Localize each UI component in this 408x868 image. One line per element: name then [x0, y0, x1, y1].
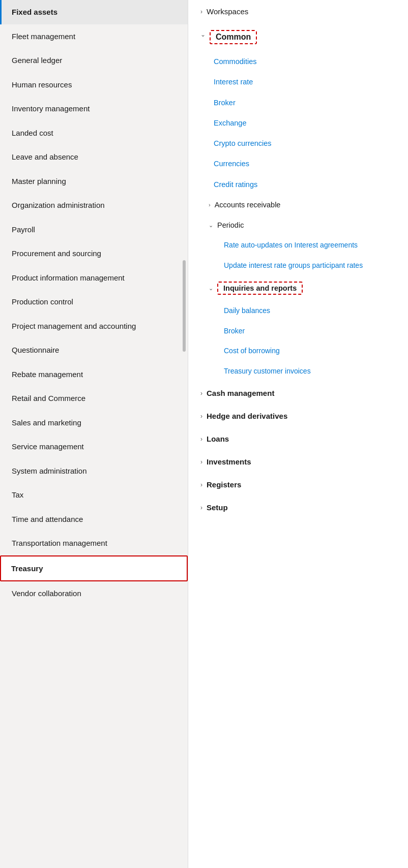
sidebar-item-label: General ledger [12, 55, 62, 66]
sidebar-item-fleet-management[interactable]: Fleet management [0, 24, 188, 49]
sidebar-item-label: Rebate management [12, 369, 83, 380]
chevron-right-icon: › [200, 390, 202, 397]
sidebar-item-system-administration[interactable]: System administration [0, 459, 188, 483]
currencies-link[interactable]: Currencies [188, 153, 408, 174]
sidebar-item-label: Production control [12, 297, 73, 307]
periodic-section[interactable]: ⌄ Periodic [188, 215, 408, 235]
chevron-right-icon: › [200, 458, 202, 466]
sidebar-item-master-planning[interactable]: Master planning [0, 169, 188, 194]
accounts-receivable-label: Accounts receivable [215, 201, 281, 209]
sidebar-item-human-resources[interactable]: Human resources [0, 73, 188, 97]
sidebar-item-sales-and-marketing[interactable]: Sales and marketing [0, 411, 188, 435]
sidebar-item-fixed-assets[interactable]: Fixed assets [0, 0, 188, 24]
sidebar-item-label: Project management and accounting [12, 321, 136, 331]
sidebar-item-rebate-management[interactable]: Rebate management [0, 362, 188, 387]
daily-balances-link[interactable]: Daily balances [188, 301, 408, 321]
credit-ratings-link[interactable]: Credit ratings [188, 174, 408, 195]
chevron-right-icon: › [200, 481, 202, 488]
chevron-right-icon: › [200, 504, 202, 511]
sidebar-item-label: Time and attendance [12, 514, 83, 524]
sidebar-item-questionnaire[interactable]: Questionnaire [0, 338, 188, 362]
sidebar-item-label: Tax [12, 490, 23, 500]
panel: › Workspaces ⌄ Common Commodities Intere… [188, 0, 408, 868]
sidebar-item-label: Retail and Commerce [12, 393, 85, 404]
chevron-right-icon: › [200, 413, 202, 420]
sidebar-item-label: Transportation management [12, 538, 107, 548]
sidebar-item-organization-administration[interactable]: Organization administration [0, 193, 188, 218]
cost-of-borrowing-link[interactable]: Cost of borrowing [188, 341, 408, 361]
sidebar-item-general-ledger[interactable]: General ledger [0, 48, 188, 73]
hedge-and-derivatives-section[interactable]: › Hedge and derivatives [188, 405, 408, 427]
sidebar-item-label: Service management [12, 442, 84, 452]
loans-label: Loans [207, 435, 229, 443]
sidebar-item-label: Leave and absence [12, 152, 78, 162]
common-label: Common [210, 30, 257, 44]
rate-auto-updates-link[interactable]: Rate auto-updates on Interest agreements [188, 235, 408, 256]
commodities-link[interactable]: Commodities [188, 51, 408, 72]
update-interest-rate-groups-link[interactable]: Update interest rate groups participant … [188, 256, 408, 276]
sidebar-item-payroll[interactable]: Payroll [0, 218, 188, 242]
sidebar-item-label: Organization administration [12, 200, 105, 210]
loans-section[interactable]: › Loans [188, 427, 408, 450]
sidebar-item-procurement-and-sourcing[interactable]: Procurement and sourcing [0, 241, 188, 266]
periodic-label: Periodic [217, 221, 244, 229]
cash-management-label: Cash management [207, 389, 274, 397]
broker-link[interactable]: Broker [188, 92, 408, 113]
registers-section[interactable]: › Registers [188, 473, 408, 496]
workspaces-section[interactable]: › Workspaces [188, 0, 408, 23]
sidebar-item-service-management[interactable]: Service management [0, 435, 188, 459]
chevron-right-icon: › [200, 436, 202, 443]
chevron-right-icon: › [209, 202, 211, 208]
investments-label: Investments [207, 457, 251, 466]
sidebar: Fixed assets Fleet management General le… [0, 0, 188, 868]
inquiries-and-reports-section[interactable]: ⌄ Inquiries and reports [188, 275, 408, 301]
sidebar-item-label: Landed cost [12, 128, 53, 138]
accounts-receivable-section[interactable]: › Accounts receivable [188, 195, 408, 215]
exchange-link[interactable]: Exchange [188, 113, 408, 133]
sidebar-item-treasury[interactable]: Treasury [0, 555, 188, 582]
broker-inquiry-link[interactable]: Broker [188, 321, 408, 342]
chevron-down-icon: ⌄ [209, 222, 213, 229]
sidebar-item-label: Treasury [11, 564, 43, 574]
setup-label: Setup [207, 503, 228, 512]
crypto-currencies-link[interactable]: Crypto currencies [188, 133, 408, 153]
chevron-down-icon: ⌄ [209, 285, 213, 292]
interest-rate-link[interactable]: Interest rate [188, 72, 408, 92]
sidebar-item-landed-cost[interactable]: Landed cost [0, 121, 188, 145]
setup-section[interactable]: › Setup [188, 496, 408, 519]
sidebar-item-label: Human resources [12, 80, 72, 90]
sidebar-item-label: Master planning [12, 176, 66, 187]
chevron-down-icon: ⌄ [200, 31, 206, 38]
sidebar-item-time-and-attendance[interactable]: Time and attendance [0, 507, 188, 532]
inquiries-label: Inquiries and reports [217, 282, 303, 295]
chevron-right-icon: › [200, 8, 202, 15]
sidebar-item-vendor-collaboration[interactable]: Vendor collaboration [0, 581, 188, 606]
sidebar-item-product-information-management[interactable]: Product information management [0, 266, 188, 290]
sidebar-item-label: Product information management [12, 273, 125, 283]
sidebar-item-transportation-management[interactable]: Transportation management [0, 531, 188, 555]
sidebar-item-label: Sales and marketing [12, 418, 81, 428]
sidebar-item-label: System administration [12, 466, 87, 476]
workspaces-label: Workspaces [207, 7, 248, 16]
sidebar-item-label: Payroll [12, 225, 35, 235]
sidebar-item-label: Questionnaire [12, 345, 59, 355]
treasury-customer-invoices-link[interactable]: Treasury customer invoices [188, 361, 408, 382]
sidebar-item-leave-and-absence[interactable]: Leave and absence [0, 145, 188, 169]
sidebar-item-production-control[interactable]: Production control [0, 290, 188, 314]
hedge-and-derivatives-label: Hedge and derivatives [207, 412, 287, 420]
sidebar-item-label: Procurement and sourcing [12, 249, 101, 259]
sidebar-item-inventory-management[interactable]: Inventory management [0, 97, 188, 121]
sidebar-item-label: Fleet management [12, 32, 75, 42]
sidebar-item-label: Fixed assets [12, 7, 57, 17]
sidebar-item-tax[interactable]: Tax [0, 483, 188, 507]
common-section-header[interactable]: ⌄ Common [188, 23, 408, 51]
registers-label: Registers [207, 480, 241, 489]
sidebar-item-project-management-and-accounting[interactable]: Project management and accounting [0, 314, 188, 338]
sidebar-item-retail-and-commerce[interactable]: Retail and Commerce [0, 386, 188, 411]
sidebar-item-label: Vendor collaboration [12, 588, 81, 599]
cash-management-section[interactable]: › Cash management [188, 382, 408, 405]
scrollbar[interactable] [183, 260, 186, 352]
sidebar-item-label: Inventory management [12, 104, 90, 114]
investments-section[interactable]: › Investments [188, 450, 408, 473]
